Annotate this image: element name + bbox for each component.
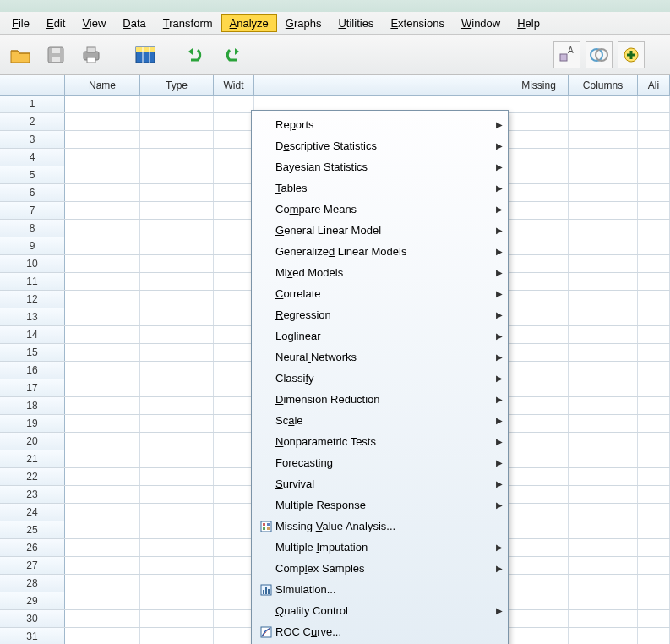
menuitem-general-linear-model[interactable]: General Linear Model▶ [253,220,506,241]
menuitem-bayesian-statistics[interactable]: Bayesian Statistics▶ [253,156,506,177]
row-number[interactable]: 26 [0,539,65,556]
menuitem-loglinear[interactable]: Loglinear▶ [253,325,506,347]
submenu-arrow-icon: ▶ [493,162,506,172]
menuitem-dimension-reduction[interactable]: Dimension Reduction▶ [253,389,506,410]
row-number[interactable]: 9 [0,237,65,254]
menu-extensions[interactable]: Extensions [382,14,453,32]
data-view-icon[interactable] [132,41,159,68]
menu-help[interactable]: Help [509,14,548,32]
menu-transform[interactable]: Transform [155,14,221,32]
menuitem-neural-networks[interactable]: Neural Networks▶ [253,347,506,368]
row-number[interactable]: 25 [0,521,65,538]
menu-window[interactable]: Window [453,14,509,32]
row-number[interactable]: 3 [0,131,65,148]
submenu-arrow-icon: ▶ [493,564,506,573]
print-icon[interactable] [78,41,105,68]
row-number[interactable]: 28 [0,575,65,592]
mva-icon [259,521,274,532]
menuitem-descriptive-statistics[interactable]: Descriptive Statistics▶ [253,135,506,156]
subset-icon[interactable]: A [553,41,580,68]
menuitem-scale[interactable]: Scale▶ [253,410,506,431]
row-number[interactable]: 20 [0,433,65,450]
menuitem-classify[interactable]: Classify▶ [253,368,506,389]
menuitem-survival[interactable]: Survival▶ [253,473,506,494]
row-number[interactable]: 17 [0,379,65,396]
sets-icon[interactable] [586,41,613,68]
menu-data[interactable]: Data [114,14,154,32]
row-number[interactable]: 15 [0,344,65,361]
menuitem-simulation[interactable]: Simulation... [253,579,506,600]
col-width[interactable]: Widt [214,75,254,95]
menuitem-missing-value-analysis[interactable]: Missing Value Analysis... [253,516,506,537]
menuitem-generalized-linear-models[interactable]: Generalized Linear Models▶ [253,241,506,262]
row-number[interactable]: 27 [0,557,65,574]
menuitem-regression[interactable]: Regression▶ [253,304,506,325]
menuitem-label: Loglinear [275,330,493,342]
submenu-arrow-icon: ▶ [493,374,506,383]
row-number[interactable]: 22 [0,468,65,485]
menuitem-roc-curve[interactable]: ROC Curve... [253,621,506,642]
submenu-arrow-icon: ▶ [493,606,506,615]
svg-rect-1 [52,48,60,53]
row-number[interactable]: 11 [0,273,65,290]
open-icon[interactable] [7,41,34,68]
menuitem-tables[interactable]: Tables▶ [253,177,506,199]
submenu-arrow-icon: ▶ [493,543,506,552]
menuitem-label: Tables [275,182,493,194]
menuitem-label: Generalized Linear Models [275,245,493,258]
menu-analyze[interactable]: Analyze [221,14,277,32]
row-number[interactable]: 13 [0,308,65,325]
row-number[interactable]: 24 [0,504,65,521]
redo-icon[interactable] [218,41,245,68]
row-number[interactable]: 7 [0,202,65,219]
menuitem-forecasting[interactable]: Forecasting▶ [253,452,506,473]
col-columns[interactable]: Columns [569,75,638,95]
row-number[interactable]: 29 [0,592,65,609]
menu-graphs[interactable]: Graphs [277,14,330,32]
row-number[interactable]: 12 [0,291,65,308]
row-number[interactable]: 10 [0,255,65,272]
submenu-arrow-icon: ▶ [493,205,506,214]
col-type[interactable]: Type [140,75,214,95]
submenu-arrow-icon: ▶ [493,141,506,150]
menuitem-multiple-imputation[interactable]: Multiple Imputation▶ [253,537,506,558]
menuitem-reports[interactable]: Reports▶ [253,114,506,135]
menu-edit[interactable]: Edit [38,14,74,32]
col-missing[interactable]: Missing [509,75,569,95]
menuitem-label: Complex Samples [275,562,493,575]
submenu-arrow-icon: ▶ [493,479,506,488]
menuitem-label: Dimension Reduction [275,393,493,406]
menuitem-mixed-models[interactable]: Mixed Models▶ [253,262,506,283]
menu-view[interactable]: View [74,14,114,32]
menuitem-multiple-response[interactable]: Multiple Response▶ [253,494,506,516]
row-number[interactable]: 21 [0,450,65,467]
row-number[interactable]: 2 [0,113,65,130]
col-name[interactable]: Name [65,75,140,95]
row-number[interactable]: 5 [0,166,65,183]
undo-icon[interactable] [182,41,210,68]
menuitem-label: Nonparametric Tests [275,435,493,448]
menuitem-label: General Linear Model [275,224,493,237]
add-icon[interactable] [618,41,645,68]
menuitem-nonparametric-tests[interactable]: Nonparametric Tests▶ [253,431,506,452]
menuitem-quality-control[interactable]: Quality Control▶ [253,600,506,621]
title-bar [0,0,670,12]
row-number[interactable]: 8 [0,220,65,237]
row-number[interactable]: 19 [0,415,65,432]
row-number[interactable]: 1 [0,96,65,112]
menuitem-compare-means[interactable]: Compare Means▶ [253,199,506,220]
row-number[interactable]: 23 [0,486,65,503]
row-number[interactable]: 31 [0,628,65,644]
row-number[interactable]: 6 [0,184,65,201]
save-icon[interactable] [42,41,69,68]
row-number[interactable]: 14 [0,326,65,343]
menu-utilities[interactable]: Utilities [330,14,382,32]
row-number[interactable]: 16 [0,362,65,379]
row-number[interactable]: 30 [0,610,65,627]
row-number[interactable]: 18 [0,397,65,414]
menu-file[interactable]: File [3,14,38,32]
menuitem-correlate[interactable]: Correlate▶ [253,283,506,304]
menuitem-complex-samples[interactable]: Complex Samples▶ [253,558,506,579]
row-number[interactable]: 4 [0,149,65,166]
col-align[interactable]: Ali [638,75,670,95]
